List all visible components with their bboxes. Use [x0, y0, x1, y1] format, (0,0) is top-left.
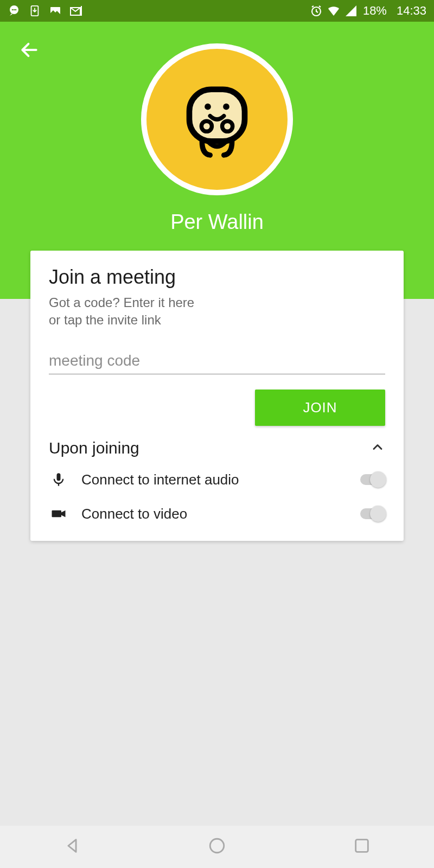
join-meeting-card: Join a meeting Got a code? Enter it here… [30, 251, 404, 541]
svg-rect-13 [57, 474, 61, 481]
avatar [141, 43, 293, 195]
download-notification-icon [28, 4, 41, 17]
android-nav-bar [0, 826, 434, 868]
svg-point-3 [15, 9, 17, 11]
svg-rect-15 [52, 510, 62, 518]
nav-home-icon[interactable] [208, 837, 226, 857]
svg-point-12 [223, 104, 229, 110]
video-toggle[interactable] [360, 508, 385, 519]
battery-text: 18% [363, 4, 387, 18]
wifi-icon [327, 4, 340, 17]
nav-recent-icon[interactable] [353, 837, 371, 857]
audio-toggle[interactable] [360, 474, 385, 485]
section-title: Upon joining [49, 439, 139, 457]
chevron-up-icon [370, 439, 385, 457]
video-icon [49, 506, 68, 522]
nav-back-icon[interactable] [63, 837, 81, 857]
alarm-icon [310, 4, 323, 17]
svg-point-2 [14, 9, 15, 11]
option-audio-label: Connect to internet audio [81, 471, 347, 488]
svg-point-11 [205, 104, 211, 110]
image-icon [49, 4, 62, 17]
svg-point-16 [210, 839, 224, 853]
user-name: Per Wallin [170, 210, 264, 234]
svg-rect-8 [189, 90, 245, 142]
chat-notification-icon [8, 4, 21, 17]
cell-icon [344, 4, 358, 17]
gmail-icon [69, 4, 82, 17]
meeting-code-input[interactable] [49, 350, 385, 374]
upon-joining-toggle-header[interactable]: Upon joining [49, 439, 385, 457]
card-subtitle: Got a code? Enter it here or tap the inv… [49, 294, 385, 329]
svg-point-1 [12, 9, 14, 11]
card-title: Join a meeting [49, 266, 385, 289]
option-video-row: Connect to video [49, 497, 385, 531]
svg-rect-17 [355, 840, 368, 852]
option-video-label: Connect to video [81, 506, 347, 522]
microphone-icon [49, 472, 68, 487]
time-text: 14:33 [397, 4, 426, 18]
option-audio-row: Connect to internet audio [49, 463, 385, 497]
back-button[interactable] [17, 38, 41, 62]
join-button[interactable]: JOIN [255, 390, 385, 426]
status-bar: 18% 14:33 [0, 0, 434, 22]
